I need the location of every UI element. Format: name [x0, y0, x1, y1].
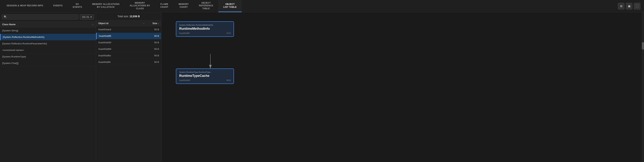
list-item[interactable]: [System.Reflection.RuntimeMethodInfo]: [0, 34, 96, 40]
graph-area: System.Reflection.RuntimeMethodInfo Runt…: [162, 12, 644, 162]
middle-panel: Total size: 12,936 B Object Id ↑↓ Size ↓…: [96, 12, 162, 162]
list-item[interactable]: [System.String]: [0, 27, 96, 34]
node1-address: 0xad40a8f8: [179, 32, 190, 34]
node1-size: 56 B: [226, 32, 231, 34]
total-size-bar: Total size: 12,936 B: [96, 12, 161, 20]
tab-session-heap[interactable]: SESSION & HEAP RECORD INFO: [2, 0, 48, 12]
table-row[interactable]: 0xad40a9f4 56 B: [96, 59, 161, 65]
table-row[interactable]: 0xad40a9bc 56 B: [96, 52, 161, 59]
right-scrollbar[interactable]: [642, 12, 644, 162]
class-name-sort-icon[interactable]: ↑↓: [92, 23, 94, 26]
search-input[interactable]: [8, 15, 76, 18]
class-name-col-header: Class Name: [2, 23, 90, 26]
list-item[interactable]: <unresolved names>: [0, 47, 96, 53]
table-row[interactable]: 0xad40a984 56 B: [96, 46, 161, 52]
node2-name: RuntimeTypeCache: [179, 74, 231, 78]
class-list: [System.String] [System.Reflection.Runti…: [0, 27, 96, 162]
right-scrollbar-thumb[interactable]: [642, 42, 644, 49]
layout-icon-btn[interactable]: ▣: [626, 3, 632, 9]
expand-icon: ⛶: [636, 4, 638, 8]
object-id-sort-icon[interactable]: ↑↓: [142, 22, 144, 25]
node1-type: System.Reflection.RuntimeMethodInfo: [179, 24, 231, 26]
class-table-header: Class Name ↑↓: [0, 21, 96, 27]
table-row[interactable]: 0xad40aac8 56 B: [96, 26, 161, 33]
tab-flame-chart[interactable]: FLAMECHART: [155, 0, 174, 12]
right-panel: System.Reflection.RuntimeMethodInfo Runt…: [162, 12, 644, 162]
top-nav: SESSION & HEAP RECORD INFO EVENTS GCEVEN…: [0, 0, 644, 12]
size-col-header: Size ↓: [144, 22, 159, 25]
node1-name: RuntimeMethodInfo: [179, 27, 231, 31]
tab-gc-events[interactable]: GCEVENTS: [68, 0, 87, 12]
node2-footer: 0xad40a840 80 B: [179, 79, 231, 81]
table-row[interactable]: 0xad40a8f8 56 B: [96, 33, 161, 39]
list-item[interactable]: [System.Char[]]: [0, 60, 96, 66]
gc-dropdown-label: GC #1: [82, 15, 89, 18]
grid-icon: ⊞: [620, 4, 622, 8]
nav-icon-group: ⊞ ▣ ⛶: [616, 0, 642, 12]
tab-memory-chart[interactable]: MEMORYCHART: [174, 0, 194, 12]
settings-icon-btn[interactable]: ⊞: [618, 3, 624, 9]
size-sort-icon[interactable]: ↓: [158, 22, 159, 25]
table-row[interactable]: 0xad40a930 56 B: [96, 39, 161, 46]
ref-node-1[interactable]: System.Reflection.RuntimeMethodInfo Runt…: [176, 21, 234, 37]
tab-object-list-table[interactable]: OBJECTLIST TABLE: [218, 0, 242, 12]
search-icon: 🔍: [4, 15, 7, 18]
total-size-value: 12,936 B: [130, 15, 140, 18]
main-layout: 🔍 GC #1 ▾ Class Name ↑↓ [System.String] …: [0, 12, 644, 162]
node2-type: System.RuntimeType.RuntimeType...: [179, 71, 231, 73]
gc-dropdown[interactable]: GC #1 ▾: [80, 14, 94, 19]
total-size-label: Total size:: [118, 15, 129, 18]
node2-size: 80 B: [226, 79, 231, 81]
node2-address: 0xad40a840: [179, 79, 190, 81]
expand-icon-btn[interactable]: ⛶: [634, 3, 640, 9]
layout-icon: ▣: [628, 4, 630, 8]
chevron-down-icon: ▾: [90, 15, 92, 18]
object-list: 0xad40aac8 56 B 0xad40a8f8 56 B 0xad40a9…: [96, 26, 161, 162]
object-id-col-header: Object Id: [98, 22, 141, 25]
node1-footer: 0xad40a8f8 56 B: [179, 32, 231, 34]
ref-node-2[interactable]: System.RuntimeType.RuntimeType... Runtim…: [176, 68, 234, 84]
list-item[interactable]: [System.Reflection.RuntimeParameterInfo]: [0, 40, 96, 47]
list-item[interactable]: [System.RuntimeType]: [0, 53, 96, 60]
tab-events[interactable]: EVENTS: [48, 0, 68, 12]
search-input-wrapper[interactable]: 🔍: [2, 14, 78, 19]
search-bar: 🔍 GC #1 ▾: [0, 12, 96, 21]
object-table-header: Object Id ↑↓ Size ↓: [96, 20, 161, 26]
left-panel: 🔍 GC #1 ▾ Class Name ↑↓ [System.String] …: [0, 12, 96, 162]
tab-object-ref-table[interactable]: OBJECTREFERENCETABLE: [194, 0, 218, 12]
tab-mem-alloc-callstack[interactable]: MEMORY ALLOCATIONSBY CALLSTACK: [87, 0, 124, 12]
tab-mem-alloc-class[interactable]: MEMORYALLOCATIONS BYCLASS: [124, 0, 155, 12]
